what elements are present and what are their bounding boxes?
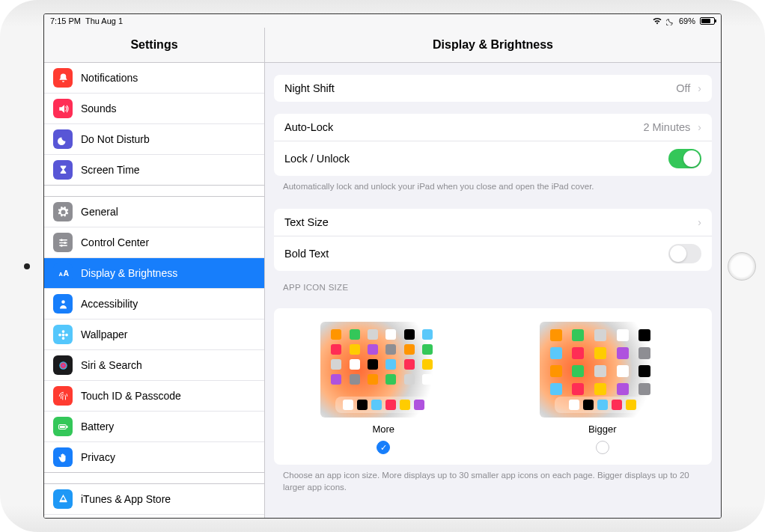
moon-icon [53,129,73,149]
sidebar-title: Settings [44,28,264,63]
sidebar-item-wallet-apple-pay[interactable]: Wallet & Apple Pay [44,515,264,518]
sliders-icon [53,233,73,252]
svg-point-8 [61,300,65,304]
sidebar-item-label: Notifications [81,72,138,84]
sidebar-item-label: Sounds [81,103,116,114]
svg-point-3 [60,239,62,241]
icon-size-option-label: More [372,424,394,435]
status-date: Thu Aug 1 [85,16,123,25]
night-shift-value: Off [676,82,690,94]
sidebar-item-siri-search[interactable]: Siri & Search [44,350,264,381]
sidebar-item-control-center[interactable]: Control Center [44,227,264,258]
radio-bigger[interactable] [596,441,609,454]
moon-icon [666,17,674,25]
person-icon [53,294,73,314]
bold-text-cell: Bold Text [274,236,712,271]
sidebar-item-label: Touch ID & Passcode [81,390,181,402]
gear-icon [53,202,73,221]
svg-point-11 [61,337,64,340]
sidebar-item-sounds[interactable]: Sounds [44,94,264,124]
flower-icon [53,325,73,344]
sidebar-item-label: Display & Brightness [81,267,177,279]
icon-size-option-bigger[interactable]: Bigger [540,322,665,454]
sidebar-item-itunes-app-store[interactable]: iTunes & App Store [44,484,264,515]
svg-text:A: A [63,269,69,278]
fingerprint-icon [53,386,73,406]
sidebar-item-accessibility[interactable]: Accessibility [44,289,264,319]
svg-point-5 [60,244,62,246]
battery-icon [700,17,715,25]
lock-unlock-footer: Automatically lock and unlock your iPad … [265,176,721,197]
siri-icon [53,355,73,375]
status-bar: 7:15 PM Thu Aug 1 69% [44,14,721,28]
sidebar-item-label: iTunes & App Store [81,493,171,505]
front-camera [24,263,30,269]
svg-rect-17 [60,426,65,428]
hand-icon [53,447,73,467]
chevron-right-icon: › [698,121,701,133]
auto-lock-cell[interactable]: Auto-Lock 2 Minutes› [274,114,712,141]
sidebar-item-touch-id-passcode[interactable]: Touch ID & Passcode [44,381,264,412]
lock-unlock-label: Lock / Unlock [284,153,350,165]
sidebar-item-label: General [81,206,118,218]
svg-point-4 [64,242,66,244]
icon-size-option-label: Bigger [588,424,617,435]
svg-rect-16 [67,426,68,428]
sidebar-item-wallpaper[interactable]: Wallpaper [44,319,264,350]
svg-text:A: A [58,271,63,278]
bell-icon [53,68,73,88]
sidebar-item-label: Do Not Disturb [81,133,150,145]
sidebar-item-label: Wallpaper [81,328,128,340]
svg-point-14 [59,361,67,370]
textsize-icon: AA [53,263,73,283]
sidebar-item-privacy[interactable]: Privacy [44,442,264,472]
icon-size-option-more[interactable]: More [320,322,446,454]
lock-unlock-toggle[interactable] [668,149,701,168]
text-size-label: Text Size [284,216,329,228]
svg-point-12 [58,333,61,336]
lock-unlock-cell: Lock / Unlock [274,141,712,176]
chevron-right-icon: › [698,216,701,228]
speaker-icon [53,99,73,118]
sidebar-item-label: Siri & Search [81,359,142,371]
sidebar-item-label: Screen Time [81,164,140,176]
auto-lock-label: Auto-Lock [284,121,333,133]
svg-point-10 [61,330,64,333]
appstore-icon [53,489,73,509]
radio-more[interactable] [377,441,390,454]
wifi-icon [653,17,662,25]
sidebar-item-label: Accessibility [81,298,138,310]
svg-point-9 [61,333,64,336]
sidebar-item-display-brightness[interactable]: AADisplay & Brightness [44,258,264,289]
battery-percent: 69% [679,16,695,25]
settings-sidebar: Settings NotificationsSoundsDo Not Distu… [44,28,265,518]
sidebar-item-screen-time[interactable]: Screen Time [44,155,264,185]
text-size-cell[interactable]: Text Size › [274,209,712,236]
sidebar-item-do-not-disturb[interactable]: Do Not Disturb [44,124,264,155]
home-button[interactable] [728,252,756,281]
sidebar-item-notifications[interactable]: Notifications [44,63,264,94]
status-time: 7:15 PM [50,16,81,25]
sidebar-item-label: Control Center [81,236,149,248]
battery-icon [53,417,73,436]
night-shift-cell[interactable]: Night Shift Off› [274,75,712,102]
auto-lock-value: 2 Minutes [643,121,690,133]
sidebar-item-general[interactable]: General [44,197,264,227]
sidebar-item-label: Battery [81,421,114,432]
app-icon-size-header: APP ICON SIZE [265,271,721,296]
sidebar-item-label: Privacy [81,451,115,463]
night-shift-label: Night Shift [284,82,335,94]
svg-point-13 [65,333,68,336]
detail-pane: Display & Brightness Night Shift Off› Au… [265,28,721,518]
sidebar-item-battery[interactable]: Battery [44,412,264,442]
bold-text-toggle[interactable] [668,244,701,263]
app-icon-size-footer: Choose an app icon size. More displays u… [265,465,721,505]
chevron-right-icon: › [698,82,701,94]
detail-title: Display & Brightness [265,28,721,63]
hourglass-icon [53,160,73,180]
bold-text-label: Bold Text [284,248,329,260]
